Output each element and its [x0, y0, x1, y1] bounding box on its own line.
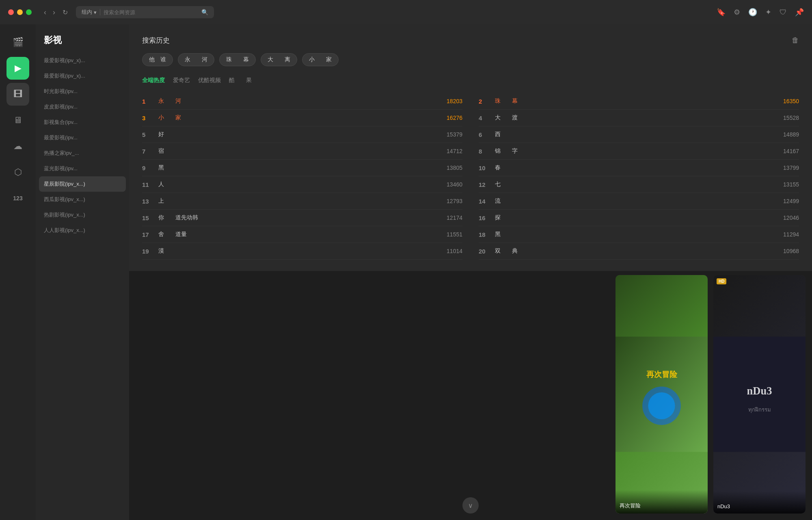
- hot-item-11[interactable]: 11 人 13460: [142, 176, 462, 193]
- hot-score-18: 11294: [775, 231, 799, 238]
- hot-item-3[interactable]: 3 小 家 16276: [142, 110, 462, 126]
- hot-score-12: 13155: [775, 181, 799, 188]
- hot-title-18: 黑: [495, 231, 768, 238]
- hot-title-7: 宿: [158, 147, 432, 155]
- hot-rank-18: 18: [479, 231, 488, 238]
- hot-rank-4: 4: [479, 115, 488, 121]
- hot-item-2[interactable]: 2 珠 幕 16350: [479, 93, 799, 110]
- sidebar-item-9[interactable]: 西瓜影视(ipv_x...): [36, 192, 129, 207]
- hot-item-5[interactable]: 5 好 15379: [142, 126, 462, 143]
- hot-item-6[interactable]: 6 西 14889: [479, 126, 799, 143]
- sidebar-item-5[interactable]: 最爱影视(ipv...: [36, 130, 129, 145]
- hot-title-3: 小 家: [158, 114, 432, 121]
- platform-tabs: 全端热度 爱奇艺 优酷视频 酷 果: [142, 76, 799, 85]
- hot-item-12[interactable]: 12 七 13155: [479, 176, 799, 193]
- hot-title-20: 双 典: [495, 247, 768, 255]
- history-tag-2[interactable]: 珠 幕: [219, 53, 256, 66]
- forward-button[interactable]: ›: [50, 6, 58, 18]
- hot-score-16: 12046: [775, 214, 799, 221]
- sidebar-icon-cube[interactable]: ⬡: [6, 161, 29, 184]
- hot-item-4[interactable]: 4 大 渡 15528: [479, 110, 799, 126]
- hot-item-15[interactable]: 15 你 道先动韩 12174: [142, 210, 462, 226]
- search-input[interactable]: [104, 9, 198, 15]
- hot-title-19: 漠: [158, 247, 432, 255]
- hot-title-10: 春: [495, 164, 768, 171]
- sidebar-item-4[interactable]: 影视集合(ipv...: [36, 115, 129, 130]
- tab-kugou[interactable]: 酷 果: [229, 76, 252, 85]
- hot-item-20[interactable]: 20 双 典 10968: [479, 243, 799, 260]
- pin-icon[interactable]: 📌: [795, 8, 804, 17]
- hot-rank-16: 16: [479, 214, 488, 221]
- hot-item-7[interactable]: 7 宿 14712: [142, 143, 462, 160]
- sidebar-icon-play[interactable]: ▶: [6, 57, 29, 80]
- sidebar-list: 影视 最爱影视(ipv_x)... 最爱影视(ipv_x)... 时光影视(ip…: [36, 24, 129, 520]
- hot-item-1[interactable]: 1 永 河 18203: [142, 93, 462, 110]
- hot-score-9: 13805: [438, 165, 462, 171]
- hot-rank-20: 20: [479, 248, 488, 255]
- hot-score-8: 14167: [775, 148, 799, 154]
- hot-title-16: 探: [495, 214, 768, 221]
- sidebar-item-6[interactable]: 热播之家ipv_...: [36, 145, 129, 161]
- movie-card-adventure[interactable]: 再次冒险 再次冒险: [615, 275, 708, 514]
- hot-item-19[interactable]: 19 漠 11014: [142, 243, 462, 260]
- hot-score-5: 15379: [438, 131, 462, 138]
- hot-item-14[interactable]: 14 流 12499: [479, 193, 799, 210]
- history-tag-0[interactable]: 他 谁: [142, 53, 173, 66]
- sidebar-icon-numbers[interactable]: 123: [6, 187, 29, 210]
- sidebar-item-7[interactable]: 蓝光影视(ipv...: [36, 161, 129, 176]
- hot-rank-5: 5: [142, 131, 152, 138]
- hot-rank-12: 12: [479, 181, 488, 188]
- minimize-button[interactable]: [17, 9, 23, 15]
- tab-youku[interactable]: 优酷视频: [198, 76, 221, 85]
- star-icon[interactable]: ✦: [765, 8, 771, 17]
- sidebar-item-11[interactable]: 人人影视(ipv_x...): [36, 223, 129, 238]
- hot-item-17[interactable]: 17 舍 道量 11551: [142, 226, 462, 243]
- bottom-arrow-button[interactable]: ∨: [462, 497, 479, 514]
- close-button[interactable]: [8, 9, 14, 15]
- sidebar-item-0[interactable]: 最爱影视(ipv_x)...: [36, 53, 129, 68]
- hot-item-8[interactable]: 8 锦 字 14167: [479, 143, 799, 160]
- maximize-button[interactable]: [26, 9, 32, 15]
- sidebar-item-2[interactable]: 时光影视(ipv...: [36, 84, 129, 99]
- hot-rank-7: 7: [142, 148, 152, 155]
- shield-icon[interactable]: 🛡: [780, 8, 787, 17]
- hot-item-9[interactable]: 9 黑 13805: [142, 160, 462, 176]
- search-bar[interactable]: 组内 ▾ 🔍: [76, 6, 214, 18]
- history-tag-3[interactable]: 大 离: [261, 53, 297, 66]
- sidebar-item-10[interactable]: 热剧影视(ipv_x...): [36, 207, 129, 223]
- hot-item-10[interactable]: 10 春 13799: [479, 160, 799, 176]
- tab-all-heat[interactable]: 全端热度: [142, 76, 165, 85]
- bookmark-icon[interactable]: 🔖: [717, 8, 726, 17]
- history-icon[interactable]: 🕐: [748, 8, 757, 17]
- history-tag-1[interactable]: 永 河: [178, 53, 214, 66]
- movie-badge-hd: HD: [717, 278, 726, 284]
- settings-icon[interactable]: ⚙: [734, 8, 740, 17]
- movie-card-ndu3[interactable]: nDu3 ทุกฝีกรรม HD nDu3: [713, 275, 806, 514]
- hot-item-16[interactable]: 16 探 12046: [479, 210, 799, 226]
- hot-list: 1 永 河 18203 2 珠 幕 16350 3 小 家 16276 4 大 …: [142, 93, 799, 260]
- main: 🎬 ▶ 🎞 🖥 ☁ ⬡ 123 影视 最爱影视(ipv_x)... 最爱影视(i…: [0, 24, 812, 520]
- svg-text:nDu3: nDu3: [747, 385, 772, 397]
- sidebar-icon-movies[interactable]: 🎬: [6, 31, 29, 54]
- hot-item-18[interactable]: 18 黑 11294: [479, 226, 799, 243]
- sidebar-icon-cloud[interactable]: ☁: [6, 135, 29, 158]
- nav-buttons: ‹ › ↻: [41, 6, 71, 18]
- sidebar-icon-screen[interactable]: 🖥: [6, 109, 29, 132]
- search-icon[interactable]: 🔍: [201, 9, 208, 15]
- delete-history-button[interactable]: 🗑: [792, 36, 799, 45]
- hot-item-13[interactable]: 13 上 12793: [142, 193, 462, 210]
- sidebar-item-1[interactable]: 最爱影视(ipv_x)...: [36, 68, 129, 84]
- hot-score-4: 15528: [775, 115, 799, 121]
- hot-score-10: 13799: [775, 165, 799, 171]
- sidebar-item-3[interactable]: 皮皮影视(ipv...: [36, 99, 129, 115]
- reload-button[interactable]: ↻: [59, 6, 71, 18]
- tab-iqiyi[interactable]: 爱奇艺: [173, 76, 190, 85]
- back-button[interactable]: ‹: [41, 6, 49, 18]
- hot-rank-6: 6: [479, 131, 488, 138]
- content-area: njolo 战鼓的声响: [129, 24, 812, 520]
- sidebar-icon-film[interactable]: 🎞: [6, 83, 29, 106]
- sidebar-section-title: 影视: [36, 31, 129, 53]
- history-tag-4[interactable]: 小 家: [302, 53, 339, 66]
- search-scope[interactable]: 组内 ▾: [82, 9, 97, 16]
- sidebar-item-8[interactable]: 星辰影院(ipv_x...): [39, 176, 126, 192]
